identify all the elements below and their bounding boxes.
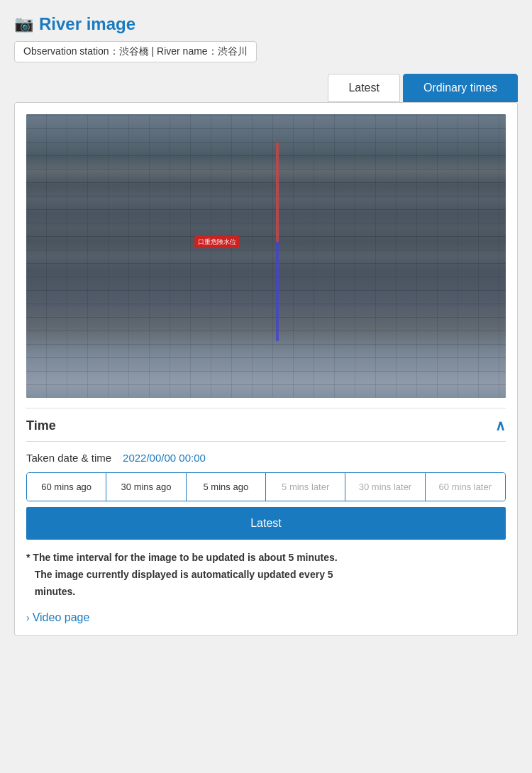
main-card: 口重危険水位 Time ∧ Taken date & time 2022/00/… [14,102,518,636]
time-heading: Time [26,418,56,433]
tab-latest[interactable]: Latest [328,74,400,102]
btn-60-mins-ago[interactable]: 60 mins ago [27,473,106,501]
sign-label: 口重危険水位 [194,236,240,248]
wall-texture [26,114,506,398]
latest-button[interactable]: Latest [26,507,506,540]
time-section: Time ∧ Taken date & time 2022/00/00 00:0… [26,408,506,624]
btn-60-mins-later[interactable]: 60 mins later [426,473,505,501]
chevron-up-icon[interactable]: ∧ [495,417,506,434]
river-image-bg: 口重危険水位 [26,114,506,398]
video-link-label: Video page [33,611,90,624]
btn-5-mins-ago[interactable]: 5 mins ago [187,473,266,501]
btn-5-mins-later[interactable]: 5 mins later [266,473,345,501]
btn-30-mins-later[interactable]: 30 mins later [345,473,425,501]
tab-ordinary[interactable]: Ordinary times [403,74,518,102]
ruler-line [276,143,279,341]
river-image-container: 口重危険水位 [26,114,506,398]
taken-date-value: 2022/00/00 00:00 [123,452,206,464]
note-text: * The time interval for the image to be … [26,550,506,600]
taken-label: Taken date & time [26,452,111,464]
river-image: 口重危険水位 [26,114,506,398]
page-header: 📷 River image Observation station：渋谷橋 | … [14,14,518,62]
taken-date-row: Taken date & time 2022/00/00 00:00 [26,452,506,464]
page-title: 📷 River image [14,14,518,34]
time-header: Time ∧ [26,417,506,442]
btn-30-mins-ago[interactable]: 30 mins ago [106,473,186,501]
time-buttons-grid: 60 mins ago 30 mins ago 5 mins ago 5 min… [26,472,506,501]
video-page-link[interactable]: › Video page [26,611,506,624]
station-info: Observation station：渋谷橋 | River name：渋谷川 [14,41,257,62]
chevron-right-icon: › [26,612,30,623]
tabs-container: Latest Ordinary times [14,74,518,102]
title-text: River image [39,14,135,34]
camera-icon: 📷 [14,15,33,33]
